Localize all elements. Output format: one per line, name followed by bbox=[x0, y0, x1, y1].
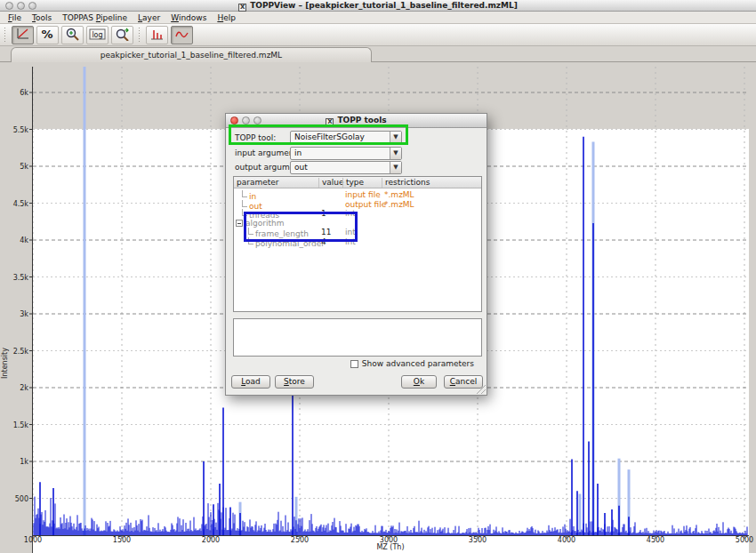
store-button[interactable]: Store bbox=[275, 375, 314, 389]
param-type: output file bbox=[345, 200, 386, 209]
topp-tools-dialog: XTOPP tools TOPP tool: NoiseFilterSGolay… bbox=[225, 113, 487, 396]
tree-branch-icon bbox=[242, 200, 247, 207]
column-header-type[interactable]: type bbox=[342, 178, 364, 188]
input-argument-select[interactable]: in▼ bbox=[290, 147, 402, 160]
param-type: input file bbox=[345, 190, 381, 199]
show-advanced-checkbox[interactable] bbox=[350, 360, 358, 368]
load-button[interactable]: Load bbox=[231, 375, 270, 389]
chevron-down-icon: ▼ bbox=[390, 148, 401, 159]
tree-branch-icon bbox=[242, 190, 247, 197]
param-restrictions: *.mzML bbox=[384, 200, 414, 209]
tool-highlight-box bbox=[229, 124, 408, 145]
collapse-icon[interactable] bbox=[236, 220, 243, 227]
param-row-out[interactable]: outoutput file*.mzML bbox=[234, 200, 481, 209]
parameter-table-header: parametervaluetyperestrictions bbox=[234, 177, 481, 188]
chevron-down-icon: ▼ bbox=[390, 162, 401, 173]
show-advanced-label: Show advanced parameters bbox=[362, 359, 474, 368]
ok-button[interactable]: Ok bbox=[401, 375, 437, 389]
param-row-in[interactable]: ininput file*.mzML bbox=[234, 190, 481, 199]
output-argument-select[interactable]: out▼ bbox=[290, 161, 402, 174]
advanced-parameters-row: Show advanced parameters bbox=[350, 359, 474, 368]
column-header-restrictions[interactable]: restrictions bbox=[382, 178, 430, 188]
column-header-parameter[interactable]: parameter bbox=[234, 178, 279, 188]
parameter-table[interactable]: parametervaluetyperestrictions ininput f… bbox=[233, 176, 482, 312]
description-box bbox=[233, 318, 482, 357]
param-restrictions: *.mzML bbox=[384, 190, 414, 199]
algorithm-highlight-box bbox=[244, 212, 358, 242]
column-header-value[interactable]: value bbox=[318, 178, 344, 188]
resize-grip[interactable] bbox=[477, 385, 486, 394]
